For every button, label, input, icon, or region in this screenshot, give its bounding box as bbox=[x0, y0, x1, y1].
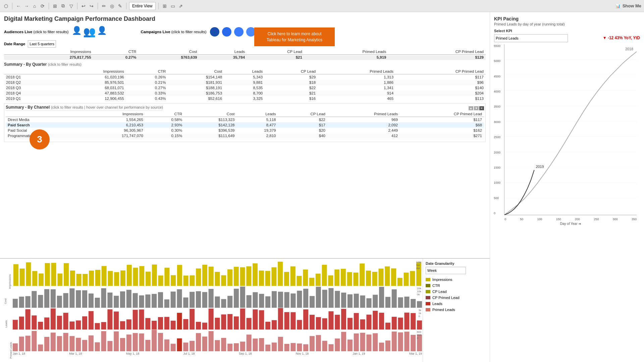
svg-rect-52 bbox=[341, 269, 346, 286]
ch-primed: 969 bbox=[327, 117, 400, 123]
svg-rect-146 bbox=[114, 311, 119, 329]
svg-rect-29 bbox=[196, 268, 201, 286]
quarter-row[interactable]: 2018 Q1 61,020,196 0.26% $154,148 5,343 … bbox=[4, 74, 486, 80]
duplicate-icon[interactable]: ⧉ bbox=[60, 3, 66, 9]
q-impressions: 47,883,532 bbox=[57, 90, 126, 96]
channel-row[interactable]: Programmatic 171,747,070 0.15% $111,649 … bbox=[6, 133, 484, 138]
q-leads: 8,700 bbox=[224, 90, 265, 96]
share-icon[interactable]: ⇗ bbox=[177, 3, 184, 9]
svg-rect-237 bbox=[278, 337, 283, 351]
q-cp-primed: $204 bbox=[395, 90, 486, 96]
y-label-leads: Leads bbox=[5, 320, 8, 327]
q-impressions: 68,031,071 bbox=[57, 85, 126, 90]
ch-col-leads: Leads bbox=[237, 111, 278, 117]
channel-row[interactable]: Paid Social 96,305,967 0.30% $396,539 19… bbox=[6, 128, 484, 133]
svg-rect-34 bbox=[227, 269, 232, 286]
forward-icon[interactable]: → bbox=[23, 3, 30, 9]
svg-rect-139 bbox=[69, 321, 74, 329]
q-ctr: 0.33% bbox=[126, 90, 168, 96]
channel-row[interactable]: Direct Media 1,554,265 0.58% $113,323 5,… bbox=[6, 117, 484, 123]
redo-icon[interactable]: ↪ bbox=[88, 3, 95, 9]
channel-row[interactable]: Paid Search 6,210,453 2.93% $142,128 8,4… bbox=[6, 122, 484, 128]
svg-rect-26 bbox=[177, 265, 182, 286]
svg-rect-6 bbox=[51, 263, 56, 286]
quarter-row[interactable]: 2018 Q4 47,883,532 0.33% $186,753 8,700 … bbox=[4, 90, 486, 96]
campaign-dot-2[interactable] bbox=[222, 27, 231, 37]
campaigns-section[interactable]: Campaigns Live (click to filter results) bbox=[141, 27, 255, 37]
svg-rect-247 bbox=[341, 332, 346, 351]
svg-rect-2 bbox=[26, 262, 31, 286]
summary-quarter-table[interactable]: Impressions CTR Cost Leads CP Lead Prime… bbox=[4, 69, 486, 101]
campaign-dot-3[interactable] bbox=[234, 27, 244, 37]
desktop-icon[interactable]: ▭ bbox=[169, 3, 176, 9]
ch-cost: $142,128 bbox=[184, 122, 236, 128]
svg-rect-152 bbox=[152, 321, 157, 329]
date-range-select[interactable]: Last 5 quarters bbox=[28, 40, 56, 48]
tableau-logo-icon: ⬡ bbox=[3, 3, 9, 9]
annotate-icon[interactable]: ✎ bbox=[117, 3, 123, 9]
svg-rect-27 bbox=[183, 276, 189, 286]
svg-rect-55 bbox=[360, 263, 365, 286]
q-cost: $186,753 bbox=[168, 90, 224, 96]
svg-rect-18 bbox=[127, 265, 132, 286]
q-cp-lead: $22 bbox=[265, 85, 318, 90]
cta-button[interactable]: Click here to learn more about Tableau f… bbox=[254, 27, 335, 46]
svg-rect-39 bbox=[259, 270, 264, 286]
svg-rect-61 bbox=[397, 278, 402, 286]
ch-ctr: 0.30% bbox=[145, 128, 184, 133]
svg-rect-135 bbox=[44, 317, 49, 329]
channel-close-btn[interactable]: ✕ bbox=[479, 106, 484, 110]
show-me-label[interactable]: Show Me bbox=[623, 3, 641, 8]
date-gran-select[interactable]: Week Day Month bbox=[426, 267, 466, 274]
ch-leads: 8,477 bbox=[237, 122, 278, 128]
kpi-title: KPI Pacing bbox=[494, 16, 640, 21]
svg-rect-31 bbox=[209, 266, 214, 286]
quarter-row[interactable]: 2019 Q1 12,906,455 0.43% $52,616 3,325 $… bbox=[4, 96, 486, 101]
kpi-subtitle: Primed Leads by day of year (running tot… bbox=[494, 22, 640, 26]
audiences-section[interactable]: Audiences Live (click to filter results)… bbox=[4, 26, 107, 38]
kpi-x-axis-label: Day of Year ➜ bbox=[560, 222, 581, 226]
highlight-icon[interactable]: ✏ bbox=[101, 3, 107, 9]
svg-rect-199 bbox=[38, 345, 43, 351]
x-label-nov18: Nov 1, 18 bbox=[296, 352, 309, 355]
q-primed: 914 bbox=[318, 90, 395, 96]
svg-rect-209 bbox=[101, 331, 106, 351]
quarter-row[interactable]: 2018 Q3 68,031,071 0.27% $188,191 8,535 … bbox=[4, 85, 486, 90]
undo-icon[interactable]: ↩ bbox=[80, 3, 87, 9]
svg-rect-111 bbox=[303, 289, 308, 308]
home-icon[interactable]: ⌂ bbox=[31, 3, 38, 9]
view-selector[interactable]: Entire View bbox=[129, 2, 156, 10]
legend-label-cp-lead: CP Lead bbox=[432, 290, 447, 294]
view-icon[interactable]: ⊞ bbox=[52, 3, 58, 9]
toolbar-divider-5 bbox=[126, 3, 126, 9]
svg-rect-204 bbox=[69, 336, 74, 351]
svg-rect-63 bbox=[410, 271, 415, 286]
filter-icon[interactable]: ▽ bbox=[68, 3, 74, 9]
svg-rect-130 bbox=[13, 320, 18, 329]
kpi-dropdown[interactable]: Primed Leads Leads Impressions CTR bbox=[494, 34, 568, 42]
total-impressions: 275,817,755 bbox=[16, 55, 93, 60]
channel-table[interactable]: Impressions CTR Cost Leads CP Lead Prime… bbox=[6, 111, 484, 138]
svg-rect-80 bbox=[107, 293, 112, 308]
refresh-icon[interactable]: ⟳ bbox=[39, 3, 46, 9]
svg-rect-183 bbox=[347, 318, 353, 329]
tooltip-icon[interactable]: ◎ bbox=[109, 3, 115, 9]
legend-cp-primed: CP Primed Lead bbox=[426, 296, 487, 300]
grid-icon[interactable]: ⊞ bbox=[161, 3, 168, 9]
svg-rect-189 bbox=[385, 323, 390, 329]
chart-legend-panel: Date Granularity Week Day Month Impressi… bbox=[423, 259, 490, 362]
channel-scroll-down[interactable]: ▼ bbox=[474, 106, 479, 110]
quarter-row[interactable]: 2018 Q2 85,976,501 0.21% $181,931 9,881 … bbox=[4, 80, 486, 85]
svg-rect-3 bbox=[32, 271, 37, 286]
col-header-leads: Leads bbox=[199, 49, 247, 55]
back-icon[interactable]: ← bbox=[15, 3, 22, 9]
channel-scroll-up[interactable]: ▲ bbox=[469, 106, 473, 110]
svg-rect-69 bbox=[38, 295, 43, 308]
campaign-dot-1[interactable] bbox=[210, 27, 219, 37]
svg-rect-214 bbox=[133, 333, 138, 351]
svg-rect-188 bbox=[379, 313, 384, 329]
q-col-ctr: CTR bbox=[126, 69, 168, 74]
date-granularity-section: Date Granularity Week Day Month bbox=[426, 261, 487, 274]
svg-rect-148 bbox=[126, 319, 131, 329]
svg-rect-178 bbox=[316, 317, 321, 329]
